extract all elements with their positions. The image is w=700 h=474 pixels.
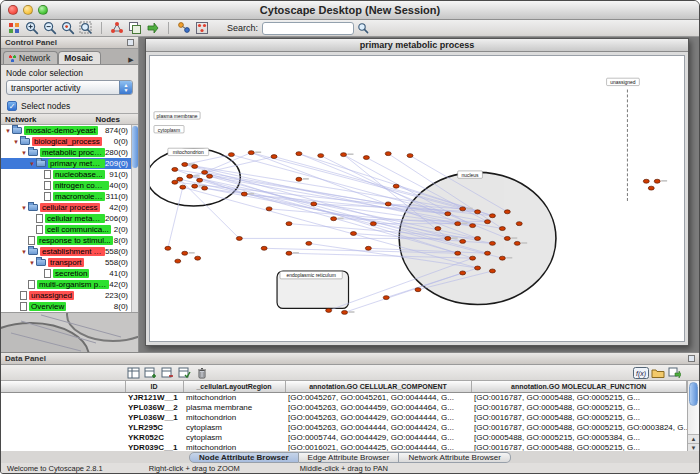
tree-item[interactable]: ▼metabolic process280(0) (1, 147, 131, 158)
network-node[interactable] (296, 177, 302, 181)
network-node[interactable] (489, 269, 495, 273)
network-node[interactable] (165, 246, 171, 250)
network-node[interactable] (248, 151, 254, 155)
zoom-window-icon[interactable] (38, 5, 48, 15)
tree-item[interactable]: secretion41(0) (1, 268, 131, 279)
network-node[interactable] (648, 186, 654, 190)
table-scrollbar-thumb[interactable] (689, 382, 698, 406)
attribute-browser-tab[interactable]: Edge Attribute Browser (299, 452, 400, 463)
tree-expander-icon[interactable]: ▼ (12, 139, 20, 145)
network-node[interactable] (306, 241, 312, 245)
close-window-icon[interactable] (8, 5, 18, 15)
network-node[interactable] (435, 227, 441, 231)
network-node[interactable] (445, 212, 451, 216)
network-node[interactable] (470, 224, 476, 228)
zoom-in-icon[interactable] (23, 21, 41, 36)
network-canvas[interactable]: plasma membranecytoplasmmitochondrionnuc… (149, 55, 685, 342)
tab-network[interactable]: Network (3, 51, 58, 64)
column-header[interactable]: _cellularLayoutRegion (183, 381, 285, 392)
tree-scrollbar[interactable] (131, 125, 138, 312)
network-node[interactable] (383, 296, 389, 300)
network-node[interactable] (484, 251, 490, 255)
zoom-selected-icon[interactable] (59, 21, 77, 36)
tree-expander-icon[interactable]: ▼ (28, 260, 36, 266)
network-node[interactable] (192, 164, 198, 168)
network-node[interactable] (470, 256, 476, 260)
network-node[interactable] (172, 167, 178, 171)
tree-item[interactable]: ▼biological_process0(0) (1, 136, 131, 147)
column-header[interactable]: annotation.GO CELLULAR_COMPONENT (285, 381, 471, 392)
tree-item[interactable]: macromolecule...311(0) (1, 191, 131, 202)
network-node[interactable] (460, 207, 466, 211)
network-node[interactable] (643, 179, 649, 183)
attribute-table-header-row[interactable]: ID_cellularLayoutRegionannotation.GO CEL… (1, 381, 687, 392)
network-node[interactable] (499, 256, 505, 260)
network-node[interactable] (271, 155, 277, 159)
column-header[interactable]: ID (125, 381, 183, 392)
network-node[interactable] (195, 256, 201, 260)
float-panel-icon[interactable] (688, 355, 695, 362)
tree-expander-icon[interactable]: ▼ (20, 249, 28, 255)
network-node[interactable] (296, 152, 302, 156)
table-row[interactable]: YPL036W__2plasma membrane[GO:0045263, GO… (1, 403, 687, 413)
network-node[interactable] (385, 152, 391, 156)
attribute-browser-tab[interactable]: Node Attribute Browser (189, 452, 299, 463)
network-node[interactable] (342, 310, 348, 314)
network-node[interactable] (175, 259, 181, 263)
network-node[interactable] (318, 154, 324, 158)
network-node[interactable] (460, 271, 466, 275)
trash-icon[interactable] (193, 366, 210, 380)
create-attribute-icon[interactable] (142, 366, 159, 380)
network-grid-icon[interactable] (5, 21, 23, 36)
table-row[interactable]: YKR052Ccytoplasm[GO:0005744, GO:0044429,… (1, 433, 687, 443)
network-node[interactable] (236, 236, 242, 240)
network-node[interactable] (311, 202, 317, 206)
network-node[interactable] (207, 174, 213, 178)
network-node[interactable] (514, 241, 520, 245)
network-node[interactable] (241, 192, 247, 196)
network-node[interactable] (475, 266, 481, 270)
network-node[interactable] (385, 202, 391, 206)
match-attribute-icon[interactable] (176, 366, 193, 380)
column-header[interactable]: annotation.GO MOLECULAR_FUNCTION (471, 381, 687, 392)
network-node[interactable] (350, 232, 356, 236)
minimize-window-icon[interactable] (23, 5, 33, 15)
float-panel-icon[interactable] (127, 39, 134, 46)
table-row[interactable]: YJR121W__1mitochondrion[GO:0045267, GO:0… (1, 392, 687, 403)
tree-item[interactable]: multi-organism pro...42(0) (1, 279, 131, 290)
zoom-out-icon[interactable] (41, 21, 59, 36)
network-node[interactable] (455, 251, 461, 255)
network-node[interactable] (202, 170, 208, 174)
node-color-dropdown[interactable]: transporter activity ▲▼ (6, 80, 133, 95)
vizmapper-icon[interactable] (175, 21, 193, 36)
tree-item[interactable]: cellular metabo...206(0) (1, 213, 131, 224)
network-node[interactable] (182, 163, 188, 167)
layout-icon[interactable] (193, 21, 211, 36)
network-node[interactable] (504, 236, 510, 240)
annotation-import-icon[interactable] (144, 21, 162, 36)
tree-item[interactable]: nucleobase...91(0) (1, 169, 131, 180)
network-edge[interactable] (185, 155, 232, 165)
tree-expander-icon[interactable]: ▼ (20, 205, 28, 211)
birdseye-overview[interactable] (1, 312, 138, 352)
network-node[interactable] (286, 222, 292, 226)
network-node[interactable] (455, 222, 461, 226)
tree-scrollbar-thumb[interactable] (132, 126, 138, 168)
network-node[interactable] (192, 184, 198, 188)
first-neighbors-icon[interactable] (108, 21, 126, 36)
tree-item[interactable]: Overview8(0) (1, 301, 131, 312)
delete-attribute-icon[interactable] (159, 366, 176, 380)
network-node[interactable] (326, 308, 332, 312)
tree-item[interactable]: ▼cellular process42(0) (1, 202, 131, 213)
network-node[interactable] (460, 239, 466, 243)
network-view-window[interactable]: primary metabolic process plasma membran… (145, 38, 689, 346)
duplicate-network-icon[interactable] (126, 21, 144, 36)
tree-expander-icon[interactable]: ▼ (28, 161, 36, 167)
network-node[interactable] (286, 251, 292, 255)
network-node[interactable] (172, 180, 178, 184)
function-builder-icon[interactable]: f(x) (632, 366, 649, 380)
tab-mosaic[interactable]: Mosaic (58, 51, 101, 64)
tree-item[interactable]: cell communica...2(0) (1, 224, 131, 235)
network-node[interactable] (180, 185, 186, 189)
tree-item[interactable]: ▼mosaic-demo-yeast874(0) (1, 125, 131, 136)
